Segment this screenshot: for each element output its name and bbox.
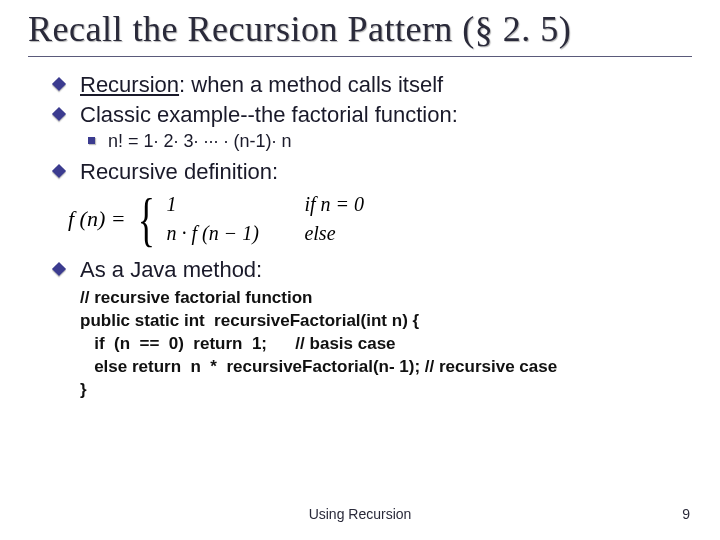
page-title: Recall the Recursion Pattern (§ 2. 5) [28, 8, 692, 50]
bullet-recursive-definition: Recursive definition: [80, 158, 664, 186]
equation-lhs: f (n) = [68, 206, 126, 232]
slide: Recall the Recursion Pattern (§ 2. 5) Re… [0, 0, 720, 540]
code-line-4: else return n * recursiveFactorial(n- 1)… [80, 357, 557, 376]
bullet-factorial-formula: n! = 1· 2· 3· ··· · (n-1)· n [108, 131, 664, 152]
code-line-3: if (n == 0) return 1; // basis case [80, 334, 396, 353]
case1-condition: if n = 0 [304, 193, 364, 216]
case2-condition: else [304, 222, 335, 245]
equation-cases: 1 if n = 0 n · f (n − 1) else [166, 193, 364, 245]
bullet-classic-example: Classic example--the factorial function: [80, 101, 664, 129]
equation-case-2: n · f (n − 1) else [166, 222, 364, 245]
bullet-java-method: As a Java method: [80, 256, 664, 284]
code-line-1: // recursive factorial function [80, 288, 312, 307]
title-divider [28, 56, 692, 57]
bullet-recursion: Recursion: when a method calls itself [80, 71, 664, 99]
case2-value: n · f (n − 1) [166, 222, 266, 245]
code-line-5: } [80, 380, 87, 399]
brace-icon: { [137, 192, 154, 246]
equation-case-1: 1 if n = 0 [166, 193, 364, 216]
equation-block: f (n) = { 1 if n = 0 n · f (n − 1) else [68, 192, 664, 246]
slide-body: Recursion: when a method calls itself Cl… [0, 71, 720, 402]
code-block: // recursive factorial function public s… [80, 287, 664, 402]
bullet-recursion-term: Recursion [80, 72, 179, 97]
footer-text: Using Recursion [0, 506, 720, 522]
title-wrap: Recall the Recursion Pattern (§ 2. 5) [0, 0, 720, 54]
case1-value: 1 [166, 193, 266, 216]
page-number: 9 [682, 506, 690, 522]
code-line-2: public static int recursiveFactorial(int… [80, 311, 419, 330]
bullet-recursion-rest: : when a method calls itself [179, 72, 443, 97]
